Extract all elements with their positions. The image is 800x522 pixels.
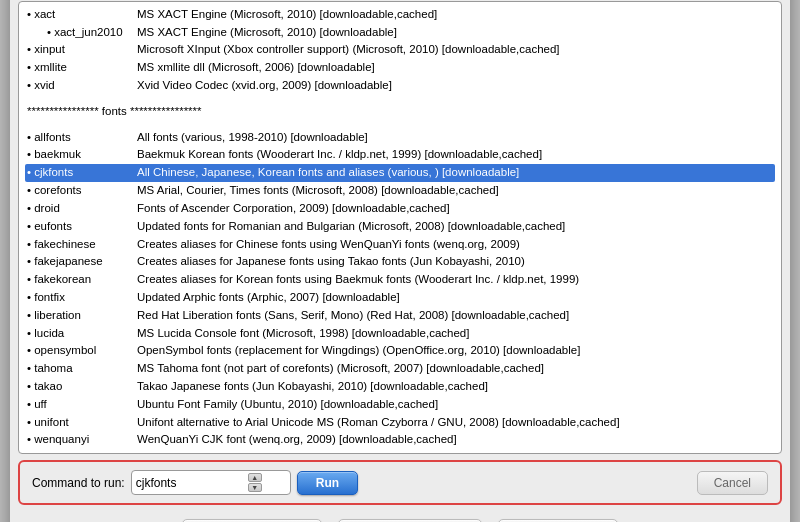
section-header-fonts: **************** fonts **************** [25,101,775,123]
list-item[interactable]: • fakejapanese Creates aliases for Japan… [25,253,775,271]
main-window: Winetricks • xact MS XACT Engine (Micros… [10,0,790,522]
list-item[interactable]: • takao Takao Japanese fonts (Jun Kobaya… [25,378,775,396]
package-list[interactable]: • xact MS XACT Engine (Microsoft, 2010) … [18,1,782,455]
list-item[interactable]: • fontfix Updated Arphic fonts (Arphic, … [25,289,775,307]
stepper-up[interactable]: ▲ [248,473,262,482]
list-item[interactable]: • liberation Red Hat Liberation fonts (S… [25,307,775,325]
list-item[interactable]: • wenquanyi WenQuanYi CJK font (wenq.org… [25,431,775,449]
list-item[interactable]: • tahoma MS Tahoma font (not part of cor… [25,360,775,378]
command-input-wrap: ▲ ▼ [131,470,291,495]
command-label: Command to run: [32,476,125,490]
list-item[interactable]: • xvid Xvid Video Codec (xvid.org, 2009)… [25,77,775,95]
list-item[interactable]: • fakechinese Creates aliases for Chines… [25,236,775,254]
list-item[interactable]: • allfonts All fonts (various, 1998-2010… [25,129,775,147]
run-button[interactable]: Run [297,471,358,495]
list-item[interactable]: • xmllite MS xmllite dll (Microsoft, 200… [25,59,775,77]
bottom-buttons: Update Winetricks Show Package List Done [10,511,790,522]
list-item-selected[interactable]: • cjkfonts All Chinese, Japanese, Korean… [25,164,775,182]
list-item[interactable]: • uff Ubuntu Font Family (Ubuntu, 2010) … [25,396,775,414]
list-item[interactable]: • droid Fonts of Ascender Corporation, 2… [25,200,775,218]
list-item[interactable]: • unifont Unifont alternative to Arial U… [25,414,775,432]
list-item[interactable]: • corefonts MS Arial, Courier, Times fon… [25,182,775,200]
cancel-button[interactable]: Cancel [697,471,768,495]
stepper-down[interactable]: ▼ [248,483,262,492]
command-row: Command to run: ▲ ▼ Run Cancel [18,460,782,505]
list-item[interactable]: • opensymbol OpenSymbol fonts (replaceme… [25,342,775,360]
list-item[interactable]: • xact_jun2010 MS XACT Engine (Microsoft… [25,24,775,42]
list-item[interactable]: • eufonts Updated fonts for Romanian and… [25,218,775,236]
stepper: ▲ ▼ [248,473,262,492]
list-item[interactable]: • xact MS XACT Engine (Microsoft, 2010) … [25,6,775,24]
list-item[interactable]: • lucida MS Lucida Console font (Microso… [25,325,775,343]
list-item[interactable]: • baekmuk Baekmuk Korean fonts (Wooderar… [25,146,775,164]
list-item[interactable]: • xinput Microsoft XInput (Xbox controll… [25,41,775,59]
command-input[interactable] [136,476,246,490]
list-item[interactable]: • fakekorean Creates aliases for Korean … [25,271,775,289]
